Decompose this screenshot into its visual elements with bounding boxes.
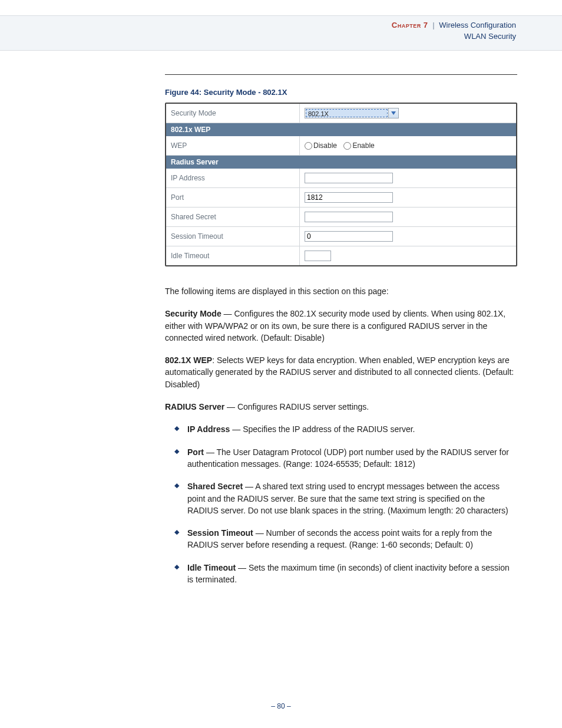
bullet-ip-address: IP Address — Specifies the IP address of… [174, 423, 517, 435]
figure-screenshot: Security Mode 802.1X 802.1x WEP WEP [165, 103, 517, 266]
security-mode-dropdown[interactable]: 802.1X [305, 108, 399, 118]
row-shared-secret: Shared Secret [166, 207, 516, 227]
intro-paragraph: The following items are displayed in thi… [165, 285, 517, 297]
paragraph-radius-server: RADIUS Server — Configures RADIUS server… [165, 401, 517, 413]
row-security-mode: Security Mode 802.1X [166, 104, 516, 123]
label-port: Port [166, 188, 300, 207]
bullet-session-timeout: Session Timeout — Number of seconds the … [174, 527, 517, 551]
figure-caption: Figure 44: Security Mode - 802.1X [165, 88, 517, 97]
wep-disable-label: Disable [313, 141, 337, 150]
page: Chapter 7 | Wireless Configuration WLAN … [0, 0, 562, 728]
row-session-timeout: Session Timeout [166, 227, 516, 246]
bullet-idle-timeout: Idle Timeout — Sets the maximum time (in… [174, 562, 517, 586]
page-number: – 80 – [0, 702, 562, 710]
row-wep: WEP Disable Enable [166, 136, 516, 156]
session-timeout-input[interactable] [305, 231, 393, 242]
idle-timeout-input[interactable] [305, 251, 331, 261]
bullet-port: Port — The User Datagram Protocol (UDP) … [174, 446, 517, 470]
label-idle-timeout: Idle Timeout [166, 246, 300, 266]
wep-enable-label: Enable [352, 141, 374, 150]
row-ip-address: IP Address [166, 169, 516, 188]
chapter-label: Chapter 7 [392, 21, 428, 29]
shared-secret-input[interactable] [305, 212, 393, 222]
wep-disable-radio[interactable] [305, 142, 312, 150]
running-header: Chapter 7 | Wireless Configuration WLAN … [392, 20, 516, 42]
chevron-down-icon[interactable] [388, 108, 398, 118]
top-rule [165, 74, 517, 75]
row-idle-timeout: Idle Timeout [166, 246, 516, 266]
body-text: The following items are displayed in thi… [165, 285, 517, 585]
bullet-list: IP Address — Specifies the IP address of… [165, 423, 517, 585]
label-ip-address: IP Address [166, 169, 300, 188]
section-name: WLAN Security [392, 31, 516, 42]
header-band: Chapter 7 | Wireless Configuration WLAN … [0, 15, 562, 51]
paragraph-security-mode: Security Mode — Configures the 802.1X se… [165, 308, 517, 344]
paragraph-8021x-wep: 802.1X WEP: Selects WEP keys for data en… [165, 354, 517, 390]
row-port: Port [166, 188, 516, 207]
section-radius-server: Radius Server [166, 156, 516, 169]
wep-enable-radio[interactable] [343, 142, 351, 150]
label-wep: WEP [166, 136, 300, 156]
label-security-mode: Security Mode [166, 104, 300, 123]
chapter-title: Wireless Configuration [439, 21, 516, 29]
port-input[interactable] [305, 192, 393, 203]
content-column: Figure 44: Security Mode - 802.1X Securi… [165, 74, 517, 596]
ip-address-input[interactable] [305, 173, 393, 183]
label-shared-secret: Shared Secret [166, 207, 300, 227]
bullet-shared-secret: Shared Secret — A shared text string use… [174, 480, 517, 516]
separator-pipe: | [432, 21, 434, 29]
security-mode-value: 802.1X [306, 109, 388, 117]
label-session-timeout: Session Timeout [166, 227, 300, 246]
section-8021x-wep: 802.1x WEP [166, 123, 516, 137]
